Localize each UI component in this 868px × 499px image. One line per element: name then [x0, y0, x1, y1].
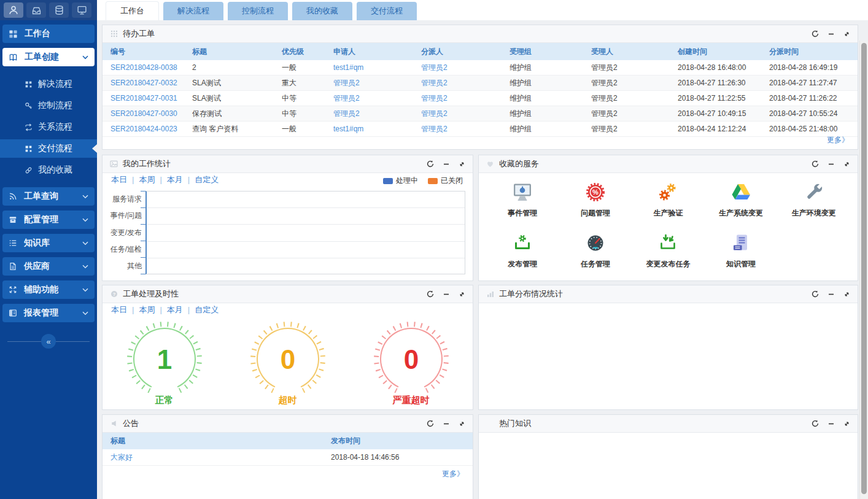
refresh-icon[interactable]: [427, 420, 434, 427]
expand-icon[interactable]: [843, 291, 850, 298]
sidebar-item-label: 配置管理: [24, 214, 58, 225]
table-row: SER20180428-0038 2 一般 test1#qm 管理员2 维护组 …: [103, 60, 858, 75]
sidebar-item-label: 关系流程: [38, 122, 72, 133]
sidebar-item-relation-flow[interactable]: 关系流程: [0, 118, 97, 136]
link-icon: [25, 166, 33, 174]
sidebar-item-my-favorites[interactable]: 我的收藏: [0, 161, 97, 179]
book-icon: [9, 53, 18, 62]
ticket-priority: 重大: [282, 75, 333, 91]
minimize-icon[interactable]: [828, 161, 834, 167]
sidebar-item-config-mgmt[interactable]: 配置管理: [2, 211, 95, 229]
service-production-verify[interactable]: 生产验证: [632, 181, 705, 219]
applicant-link[interactable]: 管理员2: [333, 106, 421, 122]
minimize-icon[interactable]: [443, 291, 449, 297]
drive-triangle-icon: [730, 181, 752, 203]
sidebar-item-resolve-flow[interactable]: 解决流程: [0, 75, 97, 93]
assigner-link[interactable]: 管理员2: [421, 106, 510, 122]
sidebar-item-control-flow[interactable]: 控制流程: [0, 96, 97, 115]
service-problem-mgmt[interactable]: % 问题管理: [559, 181, 632, 219]
tab-delivery-flow[interactable]: 交付流程: [357, 2, 417, 20]
legend-swatch: [428, 178, 438, 184]
sidebar-item-aux-functions[interactable]: 辅助功能: [2, 280, 95, 299]
sidebar-item-supplier[interactable]: 供应商: [2, 257, 95, 276]
expand-icon[interactable]: [843, 31, 850, 37]
more-link[interactable]: 更多》: [827, 135, 849, 145]
chevron-down-icon: [82, 311, 88, 315]
applicant-link[interactable]: test1#qm: [333, 122, 421, 137]
refresh-icon[interactable]: [812, 160, 819, 168]
filter-today[interactable]: 本日: [111, 304, 139, 315]
chart-plot-area: [145, 191, 465, 274]
work-stats-chart: 服务请求 事件/问题 变更/发布 任务/巡检 其他: [110, 191, 465, 274]
ticket-id-link[interactable]: SER20180424-0023: [103, 122, 192, 137]
user-icon[interactable]: [4, 2, 23, 18]
expand-icon[interactable]: [843, 161, 850, 168]
filter-custom[interactable]: 自定义: [195, 304, 219, 315]
scrollbar-thumb[interactable]: [861, 43, 867, 494]
refresh-icon[interactable]: [812, 420, 819, 427]
applicant-link[interactable]: 管理员2: [333, 91, 421, 106]
sidebar-collapse-button[interactable]: «: [41, 334, 56, 349]
sidebar-item-workbench[interactable]: 工作台: [2, 25, 95, 43]
service-task-mgmt[interactable]: 任务管理: [559, 232, 632, 269]
service-incident-mgmt[interactable]: 事件管理: [486, 181, 559, 219]
minimize-icon[interactable]: [828, 31, 834, 37]
refresh-icon[interactable]: [427, 160, 434, 168]
expand-icon[interactable]: [459, 420, 465, 427]
sidebar-item-delivery-flow[interactable]: 交付流程: [0, 139, 97, 158]
inbox-icon[interactable]: [26, 2, 46, 18]
sidebar-item-knowledge-base[interactable]: 知识库: [2, 234, 95, 252]
assigner-link[interactable]: 管理员2: [421, 60, 510, 75]
expand-icon[interactable]: [843, 420, 850, 427]
sidebar-item-label: 交付流程: [38, 143, 72, 154]
ticket-id-link[interactable]: SER20180428-0038: [103, 60, 192, 75]
minimize-icon[interactable]: [443, 161, 449, 167]
refresh-icon[interactable]: [812, 290, 819, 298]
filter-week[interactable]: 本周: [139, 304, 166, 315]
monitor-icon[interactable]: [72, 2, 91, 18]
filter-month[interactable]: 本月: [167, 304, 195, 315]
announcement-title-link[interactable]: 大家好: [103, 452, 331, 463]
refresh-icon[interactable]: [427, 290, 434, 298]
tab-resolve-flow[interactable]: 解决流程: [163, 2, 223, 20]
sidebar-item-label: 我的收藏: [38, 164, 72, 176]
assigner-link[interactable]: 管理员2: [421, 122, 510, 137]
minimize-icon[interactable]: [828, 291, 834, 297]
filter-custom[interactable]: 自定义: [195, 174, 219, 185]
assigner-link[interactable]: 管理员2: [421, 91, 510, 106]
ticket-id-link[interactable]: SER20180427-0030: [103, 106, 192, 122]
tab-workbench[interactable]: 工作台: [106, 1, 159, 20]
tab-control-flow[interactable]: 控制流程: [228, 2, 288, 20]
refresh-icon[interactable]: [812, 30, 819, 37]
service-knowledge-mgmt[interactable]: 知识管理: [705, 232, 778, 269]
expand-icon[interactable]: [459, 161, 465, 168]
panel-header: 热门知识: [479, 415, 858, 433]
tab-my-favorites[interactable]: 我的收藏: [292, 2, 352, 20]
vertical-scrollbar[interactable]: [859, 41, 868, 499]
sidebar-item-ticket-create[interactable]: 工单创建: [2, 48, 95, 66]
service-release-mgmt[interactable]: 发布管理: [486, 232, 559, 269]
filter-today[interactable]: 本日: [111, 174, 139, 185]
tab-strip: 工作台 解决流程 控制流程 我的收藏 交付流程: [97, 0, 868, 20]
col-title: 标题: [103, 436, 331, 446]
applicant-link[interactable]: 管理员2: [333, 75, 421, 91]
ticket-id-link[interactable]: SER20180427-0032: [103, 75, 192, 91]
minimize-icon[interactable]: [828, 420, 834, 427]
gauge-value: 0: [403, 344, 418, 374]
sidebar-item-report-mgmt[interactable]: 报表管理: [2, 304, 95, 322]
assigner-link[interactable]: 管理员2: [421, 75, 510, 91]
filter-week[interactable]: 本周: [139, 174, 166, 185]
sidebar-item-ticket-query[interactable]: 工单查询: [2, 187, 95, 206]
panel-announcements: 公告 标题 发布时间 大家好 2018-04-18 14:46:56 更多》: [102, 414, 473, 499]
service-production-system-change[interactable]: 生产系统变更: [705, 181, 778, 219]
ticket-id-link[interactable]: SER20180427-0031: [103, 91, 192, 106]
service-production-env-change[interactable]: 生产环境变更: [777, 181, 850, 219]
service-change-release-task[interactable]: 变更发布任务: [632, 232, 705, 269]
applicant-link[interactable]: test1#qm: [333, 60, 421, 75]
database-icon[interactable]: [49, 2, 69, 18]
col-priority: 优先级: [282, 43, 333, 60]
expand-icon[interactable]: [459, 291, 465, 298]
minimize-icon[interactable]: [443, 420, 449, 427]
filter-month[interactable]: 本月: [167, 174, 195, 185]
more-link[interactable]: 更多》: [442, 469, 464, 479]
